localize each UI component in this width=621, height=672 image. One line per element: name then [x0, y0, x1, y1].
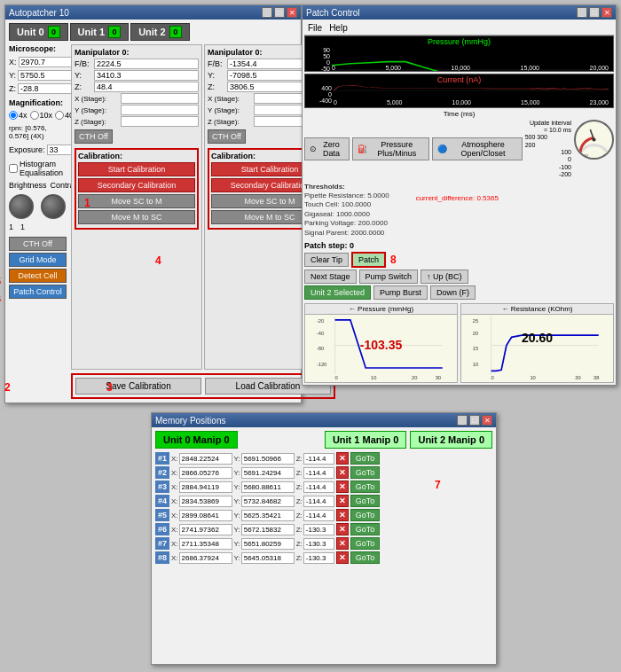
mem-goto-btn-3[interactable]: GoTo: [350, 481, 381, 493]
maximize-button[interactable]: □: [274, 7, 285, 18]
mag-40x-radio[interactable]: [55, 111, 64, 120]
patch-control-button[interactable]: Patch Control: [9, 285, 67, 299]
pump-burst-btn[interactable]: Pump Burst: [373, 285, 428, 300]
mp-close-button[interactable]: ✕: [482, 415, 492, 426]
mem-x-val-7[interactable]: [179, 538, 232, 550]
clear-tip-btn[interactable]: Clear Tip: [304, 253, 349, 267]
histogram-checkbox[interactable]: [9, 164, 18, 173]
mem-y-val-4[interactable]: [241, 496, 295, 507]
mem-x-val-1[interactable]: [179, 453, 232, 465]
mem-z-field-6: Z:: [296, 524, 334, 535]
down-f-btn[interactable]: Down (F): [430, 285, 476, 300]
pc-window-controls: _ □ ✕: [577, 7, 612, 18]
save-calibration-btn[interactable]: Save Calibration: [75, 378, 201, 395]
mem-y-val-5[interactable]: [241, 510, 295, 521]
pc-minimize-button[interactable]: _: [577, 7, 587, 18]
window-controls: _ □ ✕: [262, 7, 297, 18]
mem-delete-btn-4[interactable]: ✕: [336, 495, 349, 507]
mem-z-val-4[interactable]: [303, 496, 334, 507]
mem-x-val-4[interactable]: [179, 496, 232, 507]
mem-x-val-6[interactable]: [179, 524, 232, 535]
mem-goto-btn-4[interactable]: GoTo: [350, 495, 381, 507]
patch-btn[interactable]: Patch: [351, 252, 386, 268]
pressure-gauge: -1,000 1,000: [574, 120, 614, 160]
z1-input[interactable]: [94, 82, 199, 92]
mem-goto-btn-5[interactable]: GoTo: [350, 509, 381, 521]
cth-off-1[interactable]: CTH Off: [75, 129, 113, 144]
unit-tab-2[interactable]: Unit 2 0: [130, 23, 190, 41]
next-stage-btn[interactable]: Next Stage: [304, 270, 357, 284]
mem-y-val-1[interactable]: [241, 453, 295, 465]
mem-z-val-7[interactable]: [303, 538, 334, 550]
pressure-title: Pressure (mmHg): [305, 37, 613, 46]
detect-cell-button[interactable]: Detect Cell: [9, 269, 67, 283]
mem-goto-btn-6[interactable]: GoTo: [350, 523, 381, 535]
fb1-input[interactable]: [94, 59, 199, 69]
mem-y-val-3[interactable]: [241, 481, 295, 493]
y1-input[interactable]: [94, 70, 199, 81]
mem-goto-btn-1[interactable]: GoTo: [350, 452, 381, 465]
cth-off-2[interactable]: CTH Off: [208, 129, 246, 144]
exposure-input[interactable]: [47, 145, 74, 155]
mem-delete-btn-6[interactable]: ✕: [336, 523, 349, 535]
mem-y-val-6[interactable]: [241, 524, 295, 535]
mag-10x-radio[interactable]: [30, 111, 39, 120]
secondary-calib-1[interactable]: Secondary Calibration: [78, 178, 195, 192]
mem-x-val-3[interactable]: [179, 481, 232, 493]
mem-goto-btn-8[interactable]: GoTo: [350, 551, 381, 564]
zero-data-btn[interactable]: ⊙ Zero Data: [304, 137, 350, 160]
mem-z-val-5[interactable]: [303, 510, 334, 521]
xstage1-input[interactable]: [121, 93, 199, 104]
mem-z-val-1[interactable]: [303, 453, 334, 465]
calibration-section-1: Calibration: Start Calibration Secondary…: [75, 148, 199, 230]
mem-delete-btn-1[interactable]: ✕: [336, 452, 349, 465]
up-bc-btn[interactable]: ↑ Up (BC): [421, 270, 468, 284]
cth-off-button[interactable]: CTH Off: [9, 237, 67, 251]
brightness-knob[interactable]: [9, 194, 34, 219]
move-sc-m-1[interactable]: Move SC to M: [78, 194, 195, 208]
help-menu[interactable]: Help: [329, 23, 348, 33]
mem-delete-btn-8[interactable]: ✕: [336, 551, 349, 564]
label-5: 5: [0, 276, 1, 286]
svg-text:30: 30: [436, 375, 441, 380]
pump-switch-btn[interactable]: Pump Switch: [359, 270, 419, 284]
mem-z-val-6[interactable]: [303, 524, 334, 535]
mem-x-val-5[interactable]: [179, 510, 232, 521]
unit-tab-1[interactable]: Unit 1 0: [70, 23, 130, 41]
pressure-plus-minus-btn[interactable]: ⛽ Pressure Plus/Minus: [352, 137, 429, 160]
unit-tab-0[interactable]: Unit 0 0: [9, 23, 68, 41]
ystage1-input[interactable]: [121, 105, 199, 115]
close-button[interactable]: ✕: [287, 7, 297, 18]
move-m-sc-1[interactable]: Move M to SC: [78, 210, 195, 224]
mem-delete-btn-3[interactable]: ✕: [336, 481, 349, 493]
minimize-button[interactable]: _: [262, 7, 272, 18]
mem-goto-btn-7[interactable]: GoTo: [350, 537, 381, 550]
mp-minimize-button[interactable]: _: [457, 415, 468, 426]
mem-x-val-2[interactable]: [179, 467, 232, 479]
mem-delete-btn-7[interactable]: ✕: [336, 537, 349, 550]
autopatcher-title: Autopatcher 10: [9, 8, 69, 18]
file-menu[interactable]: File: [308, 23, 322, 33]
mem-delete-btn-5[interactable]: ✕: [336, 509, 349, 521]
unit2-selected-btn[interactable]: Unit 2 Selected: [304, 285, 371, 300]
current-x-axis: 0 5,000 10,000 15,000 23,000: [334, 99, 609, 105]
mem-y-val-7[interactable]: [241, 538, 295, 550]
pc-close-button[interactable]: ✕: [601, 7, 612, 18]
mem-x-val-8[interactable]: [179, 552, 232, 564]
contrast-knob[interactable]: [41, 194, 66, 219]
grid-mode-button[interactable]: Grid Mode: [9, 253, 67, 267]
pc-maximize-button[interactable]: □: [589, 7, 600, 18]
start-calib-1[interactable]: Start Calibration: [78, 162, 195, 176]
mem-z-val-2[interactable]: [303, 467, 334, 479]
mem-z-val-8[interactable]: [303, 552, 334, 564]
mem-z-field-7: Z:: [296, 538, 334, 550]
zstage1-input[interactable]: [121, 116, 199, 127]
atmosphere-btn[interactable]: 🔵 Atmosphere Open/Closet: [432, 137, 522, 160]
mem-delete-btn-2[interactable]: ✕: [336, 466, 349, 479]
mem-goto-btn-2[interactable]: GoTo: [350, 466, 381, 479]
mp-maximize-button[interactable]: □: [469, 415, 480, 426]
mem-z-val-3[interactable]: [303, 481, 334, 493]
mem-y-val-2[interactable]: [241, 467, 295, 479]
mag-4x-radio[interactable]: [9, 111, 18, 120]
mem-y-val-8[interactable]: [241, 552, 295, 564]
